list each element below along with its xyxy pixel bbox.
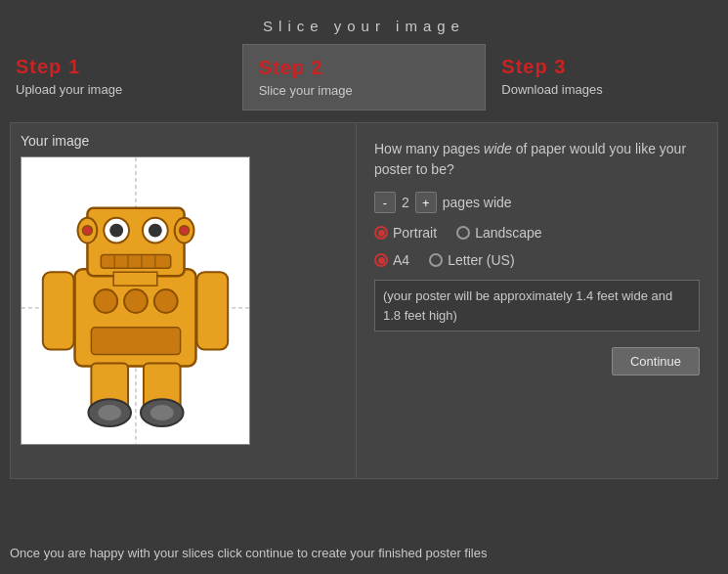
svg-point-21 (154, 289, 178, 313)
steps-row: Step 1 Upload your image Step 2 Slice yo… (0, 44, 728, 110)
letter-radio[interactable]: Letter (US) (429, 252, 514, 268)
svg-rect-23 (43, 272, 74, 349)
landscape-radio[interactable]: Landscape (456, 225, 542, 241)
step-1-box: Step 1 Upload your image (0, 44, 242, 110)
portrait-radio-circle (374, 226, 388, 240)
left-panel-title: Your image (21, 133, 346, 149)
step-3-label: Step 3 (501, 56, 712, 78)
step-3-box: Step 3 Download images (486, 44, 728, 110)
svg-point-9 (180, 226, 190, 236)
svg-point-11 (109, 224, 123, 238)
step-3-desc: Download images (501, 82, 712, 97)
pages-count: 2 (402, 195, 409, 210)
pages-wide-row: - 2 + pages wide (374, 192, 700, 213)
pages-decrease-button[interactable]: - (374, 192, 396, 213)
svg-point-28 (98, 405, 121, 420)
svg-rect-22 (91, 328, 180, 355)
svg-point-20 (124, 289, 148, 313)
bottom-text: Once you are happy with your slices clic… (10, 546, 487, 560)
main-content: Your image (0, 122, 728, 479)
svg-point-13 (149, 224, 162, 238)
continue-button[interactable]: Continue (612, 347, 700, 375)
a4-radio[interactable]: A4 (374, 252, 409, 268)
svg-rect-24 (196, 272, 228, 349)
landscape-radio-circle (456, 226, 470, 240)
pages-wide-label: pages wide (443, 195, 512, 210)
step-1-label: Step 1 (16, 56, 227, 78)
portrait-radio[interactable]: Portrait (374, 225, 437, 241)
step-1-desc: Upload your image (16, 82, 227, 97)
landscape-label: Landscape (475, 225, 542, 241)
approx-size: (your poster will be approximately 1.4 f… (374, 280, 700, 331)
pages-increase-button[interactable]: + (415, 192, 437, 213)
svg-point-19 (94, 289, 117, 313)
robot-image (21, 156, 250, 445)
paper-size-row: A4 Letter (US) (374, 252, 700, 268)
a4-radio-circle (374, 253, 388, 267)
continue-btn-row: Continue (374, 347, 700, 375)
portrait-label: Portrait (393, 225, 437, 241)
left-panel: Your image (10, 122, 357, 479)
step-2-label: Step 2 (259, 57, 470, 79)
letter-radio-circle (429, 253, 443, 267)
svg-rect-5 (113, 272, 157, 286)
question-text: How many pages wide of paper would you l… (374, 139, 700, 180)
orientation-row: Portrait Landscape (374, 225, 700, 241)
step-2-box: Step 2 Slice your image (242, 44, 487, 110)
right-panel: How many pages wide of paper would you l… (357, 122, 718, 479)
svg-point-7 (82, 226, 92, 236)
page-title: Slice your image (0, 0, 728, 44)
a4-label: A4 (393, 252, 409, 268)
svg-point-30 (150, 405, 174, 420)
svg-rect-14 (101, 254, 170, 268)
letter-label: Letter (US) (448, 252, 514, 268)
step-2-desc: Slice your image (259, 83, 470, 98)
